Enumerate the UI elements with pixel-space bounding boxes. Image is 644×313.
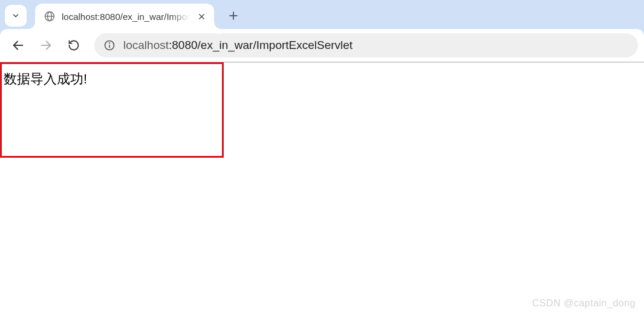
reload-icon [68, 39, 80, 51]
reload-button[interactable] [62, 33, 86, 57]
url-text: localhost:8080/ex_in_war/ImportExcelServ… [123, 39, 353, 52]
page-content: 数据导入成功! CSDN @captain_dong [0, 62, 644, 313]
forward-button[interactable] [34, 33, 58, 57]
globe-icon [44, 10, 56, 22]
tab-title: localhost:8080/ex_in_war/Impor [62, 11, 190, 22]
url-path: :8080/ex_in_war/ImportExcelServlet [169, 39, 353, 51]
arrow-right-icon [39, 39, 53, 52]
svg-point-11 [109, 43, 110, 44]
browser-chrome: localhost:8080/ex_in_war/Impor localhost… [0, 0, 644, 62]
tab-strip: localhost:8080/ex_in_war/Impor [0, 0, 644, 29]
toolbar: localhost:8080/ex_in_war/ImportExcelServ… [0, 29, 644, 62]
url-host: localhost [123, 39, 169, 51]
address-bar[interactable]: localhost:8080/ex_in_war/ImportExcelServ… [94, 33, 638, 57]
site-info-button[interactable] [103, 39, 116, 52]
import-success-message: 数据导入成功! [0, 63, 644, 95]
chevron-down-icon [11, 11, 20, 20]
plus-icon [228, 10, 239, 21]
arrow-left-icon [11, 39, 25, 52]
close-icon [198, 13, 206, 21]
back-button[interactable] [6, 33, 30, 57]
new-tab-button[interactable] [224, 6, 243, 25]
tab-close-button[interactable] [196, 10, 208, 22]
info-icon [103, 39, 115, 51]
watermark-text: CSDN @captain_dong [532, 298, 636, 309]
tab-search-dropdown[interactable] [5, 5, 27, 27]
browser-tab-active[interactable]: localhost:8080/ex_in_war/Impor [35, 4, 214, 29]
